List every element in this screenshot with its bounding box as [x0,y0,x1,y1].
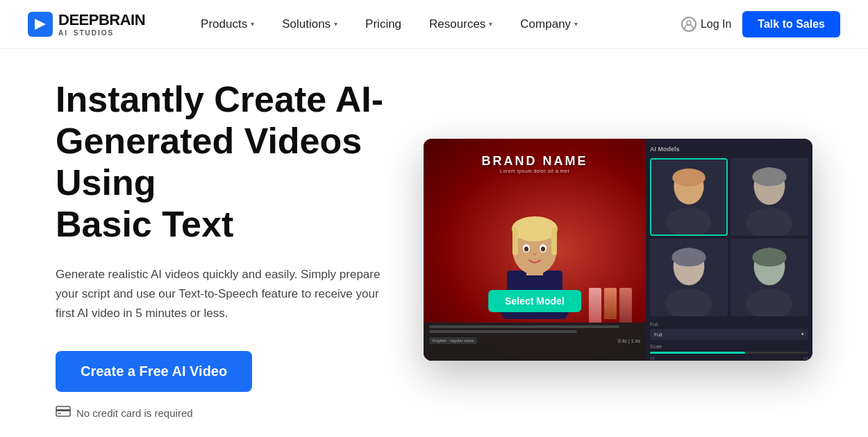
svg-rect-11 [512,228,518,255]
no-card-text: No credit card is required [76,407,193,419]
create-video-button[interactable]: Create a Free AI Video [56,351,252,392]
no-card-notice: No credit card is required [56,406,193,420]
mockup-lang: English - regular voice [429,337,477,344]
hero-title: Instantly Create AI- Generated Videos Us… [56,79,396,245]
chevron-down-icon: ▾ [574,20,578,28]
mockup-bottom-bar: English - regular voice 0:4s | 1:4s [424,323,646,361]
panel-scale-label: Scale [650,344,808,349]
svg-point-31 [752,248,786,266]
svg-rect-5 [58,413,61,414]
logo-deepbrain-text: DEEPBRAIN [58,11,145,29]
panel-models [650,158,808,316]
mockup-time: 0:4s | 1:4s [618,339,640,343]
mockup-products [589,288,632,326]
svg-point-23 [752,167,786,186]
nav-item-pricing[interactable]: Pricing [351,12,415,37]
hero-right: BRAND NAME Lorem ipsum dolor sit a met [424,139,812,361]
logo-icon [28,12,53,37]
chevron-down-icon: ▾ [334,20,337,28]
svg-point-10 [512,216,558,241]
hero-left: Instantly Create AI- Generated Videos Us… [56,79,424,420]
mockup-text-line-2 [429,330,577,333]
nav-item-company[interactable]: Company ▾ [506,12,592,37]
panel-full-label: Full [650,322,808,327]
svg-point-27 [671,248,706,266]
svg-point-16 [541,247,545,252]
login-label: Log In [701,18,731,31]
panel-full-section: Full Full ▾ [650,322,808,340]
model-thumb-2[interactable] [731,158,808,236]
hero-section: Instantly Create AI- Generated Videos Us… [0,49,868,437]
panel-header: AI Models [650,146,808,153]
user-icon [681,17,696,32]
model-thumb-4[interactable] [731,239,808,316]
navbar: DEEPBRAIN AI STUDIOS Products ▾ Solution… [0,0,868,49]
login-button[interactable]: Log In [681,17,731,32]
mockup-text-line-1 [429,325,619,328]
mockup-brand-name: BRAND NAME Lorem ipsum dolor sit a met [482,154,588,173]
nav-links: Products ▾ Solutions ▾ Pricing Resources… [187,12,681,37]
lipstick-3 [619,288,632,323]
logo[interactable]: DEEPBRAIN AI STUDIOS [28,11,145,37]
select-model-button[interactable]: Select Model [488,290,581,312]
mockup-controls: English - regular voice 0:4s | 1:4s [429,337,640,344]
logo-studios-text: STUDIOS [74,29,114,37]
mockup-panel: AI Models [646,139,812,361]
nav-item-resources[interactable]: Resources ▾ [415,12,506,37]
talk-to-sales-button[interactable]: Talk to Sales [742,11,840,37]
svg-rect-4 [56,409,70,411]
svg-point-19 [672,169,706,187]
nav-right: Log In Talk to Sales [681,11,840,37]
nav-item-solutions[interactable]: Solutions ▾ [268,12,351,37]
model-thumb-1[interactable] [650,158,728,236]
lipstick-1 [589,288,601,326]
chevron-down-icon: ▾ [489,20,492,28]
model-thumb-3[interactable] [650,239,728,316]
lipstick-2 [604,288,617,319]
svg-point-2 [687,21,691,25]
svg-point-15 [524,247,528,252]
panel-scale-numbers: 24 24 [650,357,808,361]
panel-scale-section: Scale 24 24 [650,344,808,361]
panel-scale-track[interactable] [650,352,808,354]
hero-title-line3: Basic Text [56,204,233,244]
nav-item-products[interactable]: Products ▾ [187,12,268,37]
mockup-video-area: BRAND NAME Lorem ipsum dolor sit a met [424,139,646,361]
chevron-down-icon: ▾ [801,332,804,337]
hero-description: Generate realistic AI videos quickly and… [56,265,396,323]
panel-scale-fill [650,352,745,354]
chevron-down-icon: ▾ [251,20,254,28]
product-mockup: BRAND NAME Lorem ipsum dolor sit a met [424,139,812,361]
panel-full-selector[interactable]: Full ▾ [650,329,808,340]
credit-card-icon [56,406,71,420]
svg-rect-12 [551,228,557,255]
logo-ai-text: AI [58,29,68,37]
hero-title-line1: Instantly Create AI- [56,79,383,119]
hero-title-line2: Generated Videos Using [56,121,362,203]
